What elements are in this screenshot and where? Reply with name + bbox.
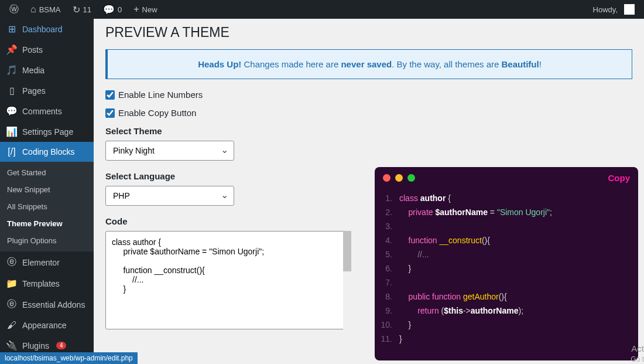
- enable-copy-button-label: Enable Copy Button: [118, 108, 196, 118]
- sidebar-posts[interactable]: 📌Posts: [0, 39, 94, 60]
- watermark-goto: Go t: [631, 355, 644, 363]
- media-icon: 🎵: [6, 64, 18, 76]
- admin-topbar: ⓦ ⌂BSMA ↻11 💬0 +New Howdy,: [0, 0, 644, 19]
- submenu-new-snippet[interactable]: New Snippet: [0, 181, 94, 198]
- refresh-icon: ↻: [73, 4, 80, 15]
- enable-line-numbers-checkbox[interactable]: [105, 90, 115, 100]
- sidebar-submenu: Get Started New Snippet All Snippets The…: [0, 162, 94, 251]
- notice-beautiful: Beautiful: [502, 59, 539, 69]
- notice-never-saved: never saved: [341, 59, 392, 69]
- comment-icon: 💬: [6, 106, 18, 117]
- home-icon: ⌂: [30, 4, 36, 15]
- page-icon: ▯: [6, 85, 18, 96]
- elementor-icon: ⓔ: [6, 256, 18, 268]
- watermark-activate: Act: [631, 343, 644, 353]
- site-link[interactable]: ⌂BSMA: [26, 0, 66, 19]
- select-theme-label: Select Theme: [105, 126, 632, 136]
- howdy-account[interactable]: Howdy,: [588, 0, 639, 19]
- status-bar-url: localhost/bsimas_web/wp-admin/edit.php: [0, 352, 138, 364]
- avatar: [624, 4, 635, 15]
- textarea-scrollbar[interactable]: [343, 231, 351, 332]
- window-dots: [383, 174, 415, 182]
- dashboard-icon: ⊞: [6, 23, 18, 35]
- addons-icon: ⓔ: [6, 298, 18, 311]
- comments-link[interactable]: 💬0: [98, 0, 126, 19]
- notice-box: Heads Up! Changes made here are never sa…: [105, 49, 632, 79]
- submenu-all-snippets[interactable]: All Snippets: [0, 198, 94, 215]
- enable-line-numbers-label: Enable Line Numbers: [118, 90, 203, 100]
- sidebar-dashboard[interactable]: ⊞Dashboard: [0, 19, 94, 39]
- preview-header: Copy: [375, 167, 638, 189]
- code-textarea[interactable]: class author { private $authorName = "Si…: [105, 231, 351, 329]
- enable-copy-button-row[interactable]: Enable Copy Button: [105, 108, 632, 118]
- dot-red: [383, 174, 390, 182]
- pin-icon: 📌: [6, 44, 18, 55]
- admin-sidebar: ⊞Dashboard 📌Posts 🎵Media ▯Pages 💬Comment…: [0, 19, 94, 364]
- sidebar-pages[interactable]: ▯Pages: [0, 80, 94, 101]
- code-area: class author { private $authorName = "Si…: [105, 231, 351, 332]
- dot-green: [407, 174, 415, 182]
- language-select[interactable]: PHP: [105, 186, 234, 206]
- dot-yellow: [395, 174, 403, 182]
- enable-line-numbers-row[interactable]: Enable Line Numbers: [105, 90, 632, 100]
- templates-icon: 📁: [6, 278, 18, 289]
- page-title: PREVIEW A THEME: [105, 25, 632, 40]
- topbar-left: ⓦ ⌂BSMA ↻11 💬0 +New: [5, 0, 162, 19]
- theme-select[interactable]: Pinky Night: [105, 141, 234, 161]
- submenu-theme-preview[interactable]: Theme Preview: [0, 215, 94, 232]
- updates-link[interactable]: ↻11: [68, 0, 96, 19]
- preview-code: 1.class author { 2. private $authorName …: [375, 189, 638, 348]
- plus-icon: +: [133, 4, 139, 15]
- sidebar-appearance[interactable]: 🖌Appearance: [0, 315, 94, 335]
- chart-icon: 📊: [6, 126, 18, 137]
- plugins-badge: 4: [56, 342, 67, 349]
- submenu-plugin-options[interactable]: Plugin Options: [0, 232, 94, 249]
- sidebar-comments[interactable]: 💬Comments: [0, 101, 94, 121]
- language-select-wrap: PHP: [105, 186, 234, 206]
- sidebar-elementor[interactable]: ⓔElementor: [0, 251, 94, 273]
- enable-copy-button-checkbox[interactable]: [105, 108, 115, 118]
- sidebar-media[interactable]: 🎵Media: [0, 60, 94, 80]
- wordpress-logo[interactable]: ⓦ: [5, 0, 23, 19]
- new-link[interactable]: +New: [129, 0, 162, 19]
- plug-icon: 🔌: [6, 340, 18, 351]
- comment-icon: 💬: [103, 4, 115, 15]
- theme-select-wrap: Pinky Night: [105, 141, 234, 161]
- notice-heads-up: Heads Up!: [198, 59, 241, 69]
- copy-button[interactable]: Copy: [608, 173, 631, 183]
- submenu-get-started[interactable]: Get Started: [0, 164, 94, 181]
- sidebar-settings-page[interactable]: 📊Settings Page: [0, 121, 94, 142]
- scrollbar-thumb[interactable]: [343, 231, 351, 271]
- topbar-right: Howdy,: [588, 0, 639, 19]
- sidebar-essential-addons[interactable]: ⓔEssential Addons: [0, 294, 94, 315]
- sidebar-templates[interactable]: 📁Templates: [0, 273, 94, 294]
- sidebar-coding-blocks[interactable]: [/]Coding Blocks: [0, 142, 94, 162]
- code-preview-window: Copy 1.class author { 2. private $author…: [375, 167, 638, 360]
- code-icon: [/]: [6, 147, 18, 157]
- brush-icon: 🖌: [6, 320, 18, 331]
